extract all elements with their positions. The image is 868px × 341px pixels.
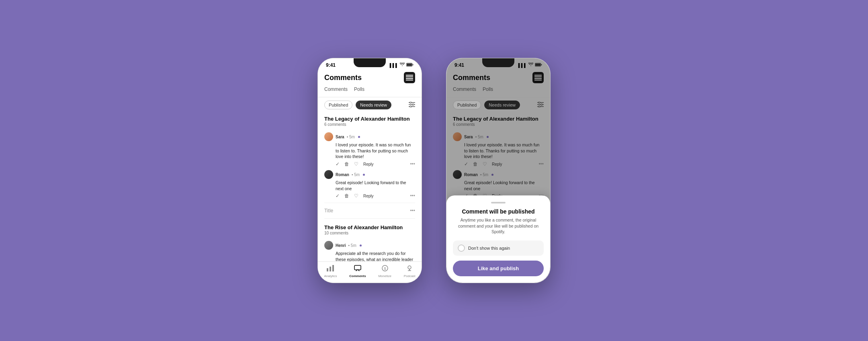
comment-header-1-1-1: Roman • 5m xyxy=(324,170,415,179)
svg-rect-11 xyxy=(332,265,334,271)
tab-polls-1[interactable]: Polls xyxy=(354,86,364,95)
comment-username-1-1-0: Sara xyxy=(336,135,344,139)
status-icons-1: ▌▌▌ xyxy=(390,63,414,68)
comment-text-1-3-0: Appreciate all the research you do for t… xyxy=(336,251,415,261)
section-more-icon-1[interactable]: ••• xyxy=(410,208,415,214)
svg-point-8 xyxy=(410,106,411,107)
comment-header-1-1-0: Sara • 5m xyxy=(324,132,415,141)
svg-rect-12 xyxy=(354,265,361,270)
comment-dot-1-3-0 xyxy=(360,244,362,247)
comment-username-1-3-0: Henri xyxy=(336,243,346,248)
comment-actions-1-1-1: ✓ 🗑 ♡ Reply ••• xyxy=(336,193,415,199)
comment-dot-1-1-1 xyxy=(363,174,365,176)
bottom-sheet-2: Comment will be published Anytime you li… xyxy=(446,195,550,283)
header-1: Comments xyxy=(318,70,422,85)
battery-icon-1 xyxy=(406,63,414,68)
filter-settings-icon-1[interactable] xyxy=(409,102,415,109)
app-content-1: 9:41 ▌▌▌ Comments Comments xyxy=(318,58,422,283)
phones-container: 9:41 ▌▌▌ Comments Comments xyxy=(317,58,551,283)
episode-count-1-1: 6 comments xyxy=(324,122,415,127)
episode-section-1-3: The Rise of Alexander Hamilton 10 commen… xyxy=(318,221,422,239)
podcast-icon-1 xyxy=(406,265,413,273)
section-label-title-1: Title xyxy=(324,208,333,214)
sheet-handle-2 xyxy=(491,202,506,203)
more-icon-1-1-0[interactable]: ••• xyxy=(410,161,415,167)
like-publish-button-2[interactable]: Like and publish xyxy=(453,261,544,276)
comments-icon-1 xyxy=(354,265,361,273)
comment-dot-1-1-0 xyxy=(358,136,360,138)
delete-icon-1-1-1[interactable]: 🗑 xyxy=(344,193,349,199)
app-icon-1[interactable] xyxy=(404,72,415,83)
comment-item-1-1-0: Sara • 5m I loved your episode. It was s… xyxy=(318,131,422,168)
nav-label-comments-1: Comments xyxy=(349,274,366,278)
status-time-1: 9:41 xyxy=(326,62,336,68)
tab-comments-1[interactable]: Comments xyxy=(324,86,348,95)
filter-published-1[interactable]: Published xyxy=(324,101,352,109)
nav-analytics-1[interactable]: Analytics xyxy=(324,265,337,278)
nav-label-podcast-1: Podcast xyxy=(404,274,416,278)
episode-count-1-3: 10 comments xyxy=(324,231,415,235)
comment-text-1-1-1: Great episode! Looking forward to the ne… xyxy=(336,180,415,191)
reply-button-1-1-1[interactable]: Reply xyxy=(363,194,374,198)
analytics-icon-1 xyxy=(327,265,334,273)
divider-1-1 xyxy=(324,203,415,203)
section-row-title-1: Title ••• xyxy=(318,205,422,216)
phone-2: 9:41 ▌▌▌ Comments Comments xyxy=(446,58,551,283)
sheet-description-2: Anytime you like a comment, the original… xyxy=(453,217,544,235)
svg-rect-10 xyxy=(330,267,331,271)
svg-rect-1 xyxy=(407,64,412,66)
sheet-title-2: Comment will be published xyxy=(453,208,544,215)
reply-button-1-1-0[interactable]: Reply xyxy=(363,162,374,166)
more-icon-1-1-1[interactable]: ••• xyxy=(410,193,415,199)
comment-header-1-3-0: Henri • 5m xyxy=(324,241,415,250)
tabs-1: Comments Polls xyxy=(318,85,422,97)
approve-icon-1-1-1[interactable]: ✓ xyxy=(336,193,340,199)
comment-time-1-1-0: • 5m xyxy=(347,135,355,139)
nav-monetize-1[interactable]: $ Monetize xyxy=(378,265,391,278)
filter-needs-review-1[interactable]: Needs review xyxy=(356,101,391,109)
monetize-icon-1: $ xyxy=(381,265,389,273)
phone-1: 9:41 ▌▌▌ Comments Comments xyxy=(317,58,422,283)
nav-label-analytics-1: Analytics xyxy=(324,274,337,278)
avatar-roman-1 xyxy=(324,170,333,179)
dont-show-row-2[interactable]: Don't show this again xyxy=(453,240,544,256)
wifi-icon-1 xyxy=(400,63,405,68)
comment-time-1-3-0: • 5m xyxy=(348,243,356,248)
svg-point-7 xyxy=(412,104,414,105)
svg-text:$: $ xyxy=(384,267,386,271)
approve-icon-1-1-0[interactable]: ✓ xyxy=(336,161,340,167)
nav-comments-1[interactable]: Comments xyxy=(349,265,366,278)
delete-icon-1-1-0[interactable]: 🗑 xyxy=(344,161,349,167)
app-icon-inner-1 xyxy=(406,75,413,80)
avatar-henri-1 xyxy=(324,241,333,250)
comment-username-1-1-1: Roman xyxy=(336,173,349,177)
comment-actions-1-1-0: ✓ 🗑 ♡ Reply ••• xyxy=(336,161,415,167)
nav-label-monetize-1: Monetize xyxy=(378,274,391,278)
comment-item-1-3-0: Henri • 5m Appreciate all the research y… xyxy=(318,239,422,261)
avatar-sara-1 xyxy=(324,132,333,141)
notch-1 xyxy=(354,58,386,67)
svg-rect-9 xyxy=(327,268,328,271)
episode-title-1-3: The Rise of Alexander Hamilton xyxy=(324,224,415,230)
svg-point-15 xyxy=(408,266,411,269)
like-icon-1-1-1[interactable]: ♡ xyxy=(354,193,358,199)
nav-podcast-1[interactable]: Podcast xyxy=(404,265,416,278)
like-icon-1-1-0[interactable]: ♡ xyxy=(354,161,358,167)
episode-section-1-1: The Legacy of Alexander Hamilton 6 comme… xyxy=(318,113,422,131)
signal-icon-1: ▌▌▌ xyxy=(390,63,398,68)
notch-2 xyxy=(482,58,514,67)
dont-show-label-2: Don't show this again xyxy=(468,246,510,251)
episode-title-1-1: The Legacy of Alexander Hamilton xyxy=(324,116,415,122)
svg-point-6 xyxy=(410,102,411,103)
comment-item-1-1-1: Roman • 5m Great episode! Looking forwar… xyxy=(318,168,422,200)
svg-rect-2 xyxy=(413,64,414,66)
scroll-content-1: The Legacy of Alexander Hamilton 6 comme… xyxy=(318,113,422,261)
page-title-1: Comments xyxy=(324,74,362,82)
comment-text-1-1-0: I loved your episode. It was so much fun… xyxy=(336,142,415,160)
bottom-nav-1: Analytics Comments $ Monetize xyxy=(318,261,422,283)
divider-1-2 xyxy=(324,218,415,219)
comment-time-1-1-1: • 5m xyxy=(352,173,360,177)
dont-show-checkbox-2[interactable] xyxy=(458,244,465,252)
filter-row-1: Published Needs review xyxy=(318,97,422,113)
